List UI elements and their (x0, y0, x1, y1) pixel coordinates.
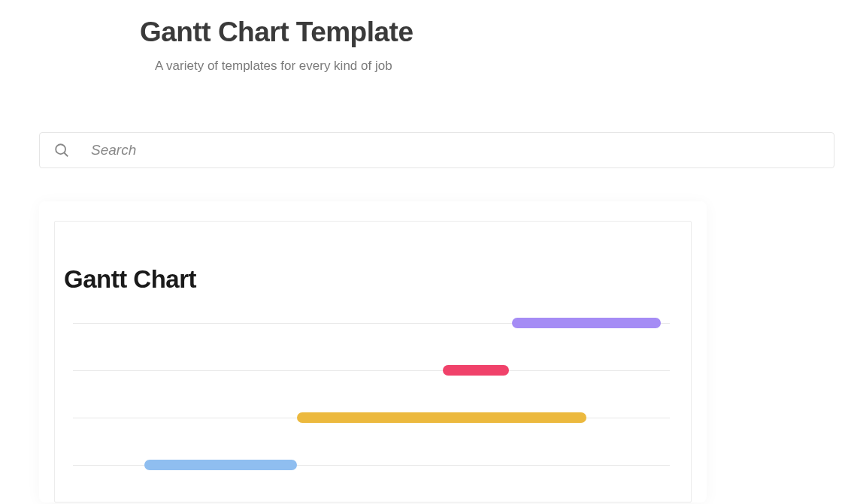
search-bar[interactable] (39, 132, 834, 168)
gantt-bar (512, 318, 662, 328)
svg-line-1 (64, 152, 68, 156)
gantt-row (73, 365, 670, 376)
chart-area (73, 318, 670, 470)
template-card[interactable]: Gantt Chart (39, 201, 707, 502)
gantt-bar (443, 365, 508, 376)
gantt-chart-preview: Gantt Chart (54, 221, 692, 502)
gantt-row (73, 318, 670, 328)
gantt-row (73, 412, 670, 423)
gantt-row-line (73, 370, 670, 371)
search-icon (53, 142, 70, 158)
gantt-bar (144, 460, 296, 470)
gantt-row (73, 460, 670, 470)
chart-title: Gantt Chart (64, 265, 679, 294)
search-input[interactable] (91, 142, 820, 158)
svg-point-0 (56, 144, 65, 154)
page-subtitle: A variety of templates for every kind of… (140, 59, 842, 74)
page-title: Gantt Chart Template (140, 17, 842, 48)
gantt-bar (297, 412, 586, 423)
